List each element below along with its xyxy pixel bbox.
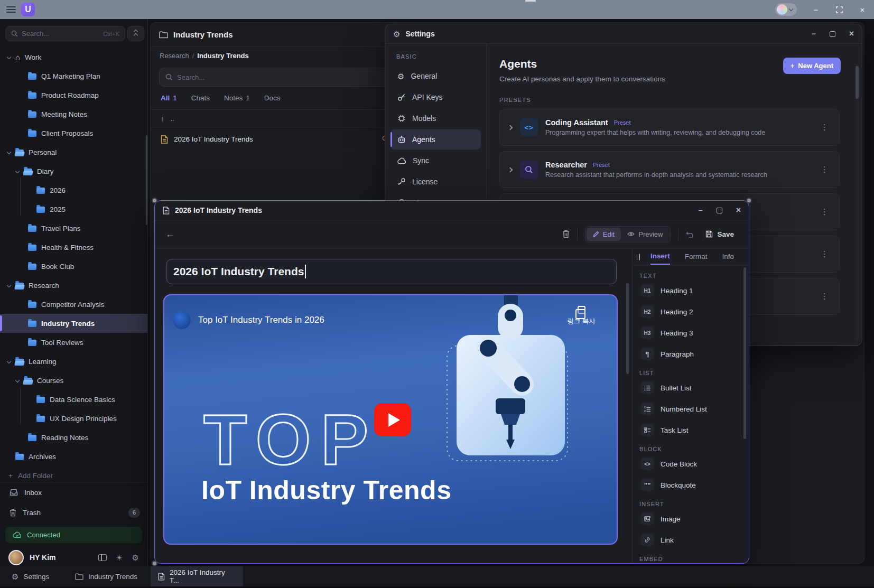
tab-chats[interactable]: Chats [191,94,210,102]
insert-heading-1[interactable]: H1 Heading 1 [633,280,749,301]
editor-scrollbar[interactable] [626,283,629,374]
kebab-menu-icon[interactable]: ⋮ [819,165,831,174]
settings-titlebar[interactable]: ⚙ Settings − × [385,24,862,44]
kebab-menu-icon[interactable]: ⋮ [819,249,831,259]
sidebar-item-work[interactable]: ⌂ Work [0,48,147,67]
kebab-menu-icon[interactable]: ⋮ [819,207,831,217]
toggle-sidebar-icon[interactable] [98,554,107,561]
back-button[interactable]: ← [165,229,175,240]
preview-mode-button[interactable]: Preview [621,228,669,241]
sidebar-search-input[interactable]: Search... Ctrl+K [5,26,125,41]
sidebar-item-courses[interactable]: Courses [0,371,147,390]
settings-nav-general[interactable]: ⚙ General [390,66,481,86]
settings-nav-agents[interactable]: Agents [390,129,481,150]
insert-link[interactable]: Link [633,529,749,550]
preset-card-coding-assistant[interactable]: <> Coding Assistant Preset Programming e… [499,109,840,146]
sidebar-item-ux-design-principles[interactable]: UX Design Principles [0,409,147,428]
undo-button[interactable] [686,231,694,238]
kebab-menu-icon[interactable]: ⋮ [819,292,831,301]
resize-handle[interactable] [152,561,157,566]
edit-mode-button[interactable]: Edit [587,228,621,241]
preset-card-researcher[interactable]: Researcher Preset Research assistant tha… [499,151,840,188]
chevron-right-icon[interactable] [508,125,513,130]
tab-info[interactable]: Info [722,249,734,264]
play-button[interactable] [374,403,411,436]
tab-all[interactable]: All1 [161,94,177,102]
sidebar-item-2026[interactable]: 2026 [0,181,147,200]
tab-insert[interactable]: Insert [650,249,670,265]
sidebar-item-tool-reviews[interactable]: Tool Reviews [0,333,147,352]
insert-code-block[interactable]: <> Code Block [633,453,749,474]
insert-heading-2[interactable]: H2 Heading 2 [633,301,749,322]
sidebar-item-research[interactable]: Research [0,276,147,295]
sidebar-item-health-fitness[interactable]: Health & Fitness [0,238,147,257]
sidebar-collapse-button[interactable] [127,26,144,41]
document-titlebar[interactable]: 2026 IoT Industry Trends − × [155,201,749,220]
sidebar-item-diary[interactable]: Diary [0,162,147,181]
chevron-down-icon[interactable] [15,169,20,173]
video-title[interactable]: Top IoT Industry Trends in 2026 [198,315,324,325]
settings-maximize-button[interactable] [830,31,835,37]
insert-youtube[interactable]: YouTube [633,563,749,564]
settings-scrollbar[interactable] [856,66,859,99]
sidebar-item-meeting-notes[interactable]: Meeting Notes [0,105,147,124]
chevron-down-icon[interactable] [7,150,11,154]
chevron-right-icon[interactable] [508,167,513,172]
tab-notes[interactable]: Notes1 [224,94,250,102]
insert-blockquote[interactable]: ”” Blockquote [633,474,749,496]
chevron-down-icon[interactable] [7,283,11,287]
taskbar-item-industry-trends[interactable]: Industry Trends [68,566,145,586]
sidebar-item-q1-marketing-plan[interactable]: Q1 Marketing Plan [0,67,147,86]
side-panel-scrollbar[interactable] [743,267,746,439]
sidebar-item-personal[interactable]: Personal [0,143,147,162]
settings-nav-api-keys[interactable]: API Keys [390,87,481,107]
sidebar-item-2025[interactable]: 2025 [0,200,147,219]
sidebar-item-client-proposals[interactable]: Client Proposals [0,124,147,143]
sidebar-item-travel-plans[interactable]: Travel Plans [0,219,147,238]
breadcrumb-parent[interactable]: Research [160,52,189,60]
new-agent-button[interactable]: + New Agent [783,58,841,74]
theme-sun-icon[interactable]: ☀ [116,554,123,562]
settings-close-button[interactable]: × [849,29,854,39]
user-row[interactable]: HY Kim ☀ ⚙ [0,548,147,567]
sidebar-item-product-roadmap[interactable]: Product Roadmap [0,86,147,105]
os-minimize-button[interactable]: − [804,0,827,19]
taskbar-item-settings[interactable]: ⚙ Settings [4,566,57,586]
sidebar-item-learning[interactable]: Learning [0,352,147,371]
panel-toggle-icon[interactable] [639,254,640,260]
insert-heading-3[interactable]: H3 Heading 3 [633,322,749,343]
sidebar-item-trash[interactable]: Trash 6 [0,502,147,522]
chevron-down-icon[interactable] [7,55,11,59]
settings-minimize-button[interactable]: − [811,30,815,38]
trash-icon[interactable] [562,230,570,238]
account-menu[interactable] [775,3,797,16]
sidebar-item-industry-trends[interactable]: Industry Trends [0,314,147,333]
settings-nav-sync[interactable]: Sync [390,151,481,171]
sidebar-item-reading-notes[interactable]: Reading Notes [0,428,147,447]
sidebar-item-archives[interactable]: Archives [0,447,147,466]
chevron-down-icon[interactable] [7,359,11,363]
sidebar-item-data-science-basics[interactable]: Data Science Basics [0,390,147,409]
sidebar-item-book-club[interactable]: Book Club [0,257,147,276]
document-close-button[interactable]: × [736,206,741,215]
save-button[interactable]: Save [701,228,738,240]
sidebar-item-competitor-analysis[interactable]: Competitor Analysis [0,295,147,314]
document-maximize-button[interactable] [717,208,722,213]
sidebar-item-inbox[interactable]: Inbox [0,482,147,502]
tab-docs[interactable]: Docs [264,94,281,102]
tab-format[interactable]: Format [685,249,708,264]
insert-image[interactable]: Image [633,508,749,529]
insert-task-list[interactable]: Task List [633,419,749,441]
hamburger-menu-icon[interactable] [6,6,16,13]
insert-bullet-list[interactable]: Bullet List [633,377,749,398]
settings-nav-license[interactable]: License [390,172,481,192]
connection-status[interactable]: Connected [5,527,142,543]
insert-numbered-list[interactable]: 12 Numbered List [633,398,749,419]
os-maximize-button[interactable] [827,0,851,19]
sidebar-scrollbar[interactable] [146,135,147,225]
document-minimize-button[interactable]: − [698,206,702,214]
settings-gear-icon[interactable]: ⚙ [132,554,139,562]
resize-handle[interactable] [746,198,752,203]
youtube-embed[interactable]: Top IoT Industry Trends in 2026 링크 복사 TO… [163,294,618,545]
resize-handle[interactable] [152,198,157,203]
